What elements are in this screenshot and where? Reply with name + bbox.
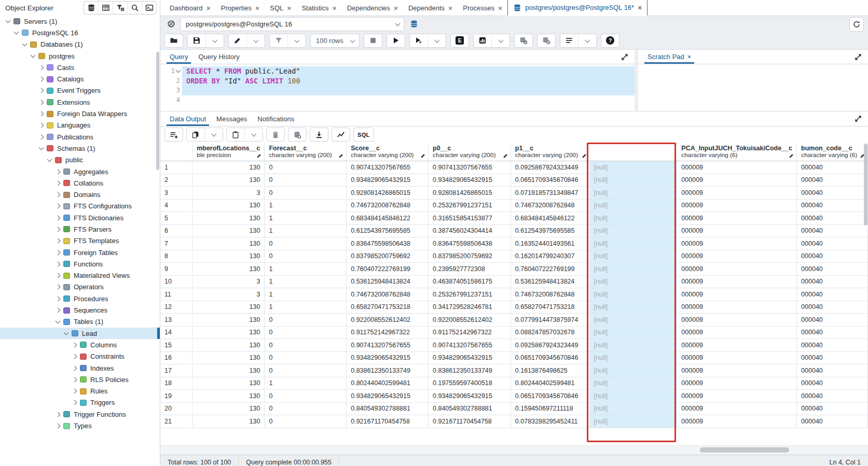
cell[interactable]: [null]	[589, 174, 677, 187]
cell[interactable]: 000009	[677, 161, 797, 174]
edit-column-icon[interactable]	[582, 153, 587, 159]
cell[interactable]: 130	[192, 161, 265, 174]
editor-line[interactable]: 1SELECT * FROM public."Lead"	[160, 66, 635, 76]
chevron-right-icon[interactable]	[56, 204, 61, 209]
tree-item-servers-1[interactable]: Servers (1)	[0, 16, 160, 27]
chevron-right-icon[interactable]	[56, 261, 61, 266]
cell[interactable]: 0.1613876498625	[511, 364, 589, 377]
row-number[interactable]: 12	[160, 301, 192, 314]
cell[interactable]: 0.836475598506438	[429, 237, 511, 250]
chevron-down-icon[interactable]	[39, 145, 44, 150]
cell[interactable]: 130	[192, 377, 265, 390]
column-header-p0-c[interactable]: p0__ccharacter varying (200)	[429, 143, 511, 161]
chevron-right-icon[interactable]	[39, 100, 44, 105]
editor-line[interactable]: 4	[160, 95, 635, 105]
cell[interactable]: 0.836475598506438	[347, 237, 429, 250]
cell[interactable]: 000040	[797, 237, 868, 250]
row-number[interactable]: 9	[160, 263, 192, 276]
cell[interactable]: 130	[192, 301, 265, 314]
tree-item-tables-1[interactable]: Tables (1)	[0, 316, 160, 328]
cell[interactable]: 1	[265, 288, 347, 301]
cell[interactable]: 0.840549302788881	[347, 402, 429, 415]
cell[interactable]: 000009	[677, 288, 797, 301]
tab-properties[interactable]: Properties×	[216, 1, 265, 16]
tree-item-lead[interactable]: Lead	[0, 328, 160, 339]
add-row-button[interactable]	[165, 128, 183, 141]
chevron-down-icon[interactable]	[6, 18, 11, 23]
cell[interactable]: 000040	[797, 351, 868, 364]
cell[interactable]: 000040	[797, 339, 868, 352]
scratch-pad-body[interactable]	[638, 64, 868, 111]
edit-options-button[interactable]	[246, 34, 265, 47]
grid-horizontal-scrollbar[interactable]	[700, 447, 789, 453]
cell[interactable]: 0	[265, 161, 347, 174]
cell[interactable]: [null]	[589, 263, 677, 276]
cell[interactable]: 000009	[677, 326, 797, 339]
tab-statistics[interactable]: Statistics×	[296, 1, 341, 16]
cell[interactable]: 130	[192, 199, 265, 212]
cell[interactable]: 0.683484145846122	[511, 212, 589, 225]
cell[interactable]: 0.197559597400518	[429, 377, 511, 390]
new-connection-button[interactable]	[407, 17, 421, 31]
column-header-leadscore-c[interactable]: LeadScore__ccharacter varying (100)	[589, 143, 677, 161]
cell[interactable]: 0.746732008762848	[347, 288, 429, 301]
tree-item-functions[interactable]: Functions	[0, 258, 160, 270]
chevron-down-icon[interactable]	[14, 30, 19, 35]
cell[interactable]: 0.934829065432915	[347, 390, 429, 403]
cell[interactable]: 0.907413207567655	[429, 339, 511, 352]
cell[interactable]: 000040	[797, 415, 868, 428]
tab-query[interactable]: Query	[164, 50, 193, 64]
edit-column-icon[interactable]	[789, 153, 794, 159]
tree-item-trigger-functions[interactable]: Trigger Functions	[0, 408, 160, 420]
cell[interactable]: 0	[265, 364, 347, 377]
cell[interactable]: 000009	[677, 351, 797, 364]
cell[interactable]: 000040	[797, 199, 868, 212]
cell[interactable]: [null]	[589, 390, 677, 403]
cell[interactable]: 130	[192, 402, 265, 415]
cell[interactable]: 000040	[797, 187, 868, 200]
row-number[interactable]: 20	[160, 402, 192, 415]
grid-vertical-scrollbar[interactable]	[864, 144, 867, 225]
cell[interactable]: 0.612543975695585	[511, 224, 589, 237]
tree-item-aggregates[interactable]: Aggregates	[0, 166, 160, 177]
save-button[interactable]	[188, 34, 205, 47]
cell[interactable]: 0.934829065432915	[429, 174, 511, 187]
cell[interactable]: 0.658270471753218	[347, 301, 429, 314]
cell[interactable]: 000040	[797, 224, 868, 237]
paste-options-button[interactable]	[244, 128, 263, 141]
chevron-right-icon[interactable]	[56, 238, 61, 244]
tab-scratch-pad[interactable]: Scratch Pad ×	[642, 50, 696, 64]
tree-item-domains[interactable]: Domains	[0, 189, 160, 200]
cell[interactable]: 0.341729528246781	[429, 301, 511, 314]
cell[interactable]: 0	[265, 351, 347, 364]
chevron-right-icon[interactable]	[56, 227, 61, 232]
cell[interactable]: 130	[192, 174, 265, 187]
cell[interactable]: [null]	[589, 224, 677, 237]
cell[interactable]: 0.088247857032678	[511, 326, 589, 339]
cell[interactable]: 000040	[797, 314, 868, 327]
help-button[interactable]: ?	[601, 34, 619, 47]
row-number[interactable]: 16	[160, 351, 192, 364]
cell[interactable]: 000009	[677, 415, 797, 428]
cell[interactable]: 000009	[677, 187, 797, 200]
search-objects-button[interactable]	[127, 2, 142, 14]
explain-button[interactable]: E	[451, 34, 469, 47]
cell[interactable]: 3	[192, 275, 265, 288]
cell[interactable]: [null]	[589, 314, 677, 327]
view-data-button[interactable]	[98, 2, 113, 14]
explain-analyze-button[interactable]	[474, 34, 491, 47]
chevron-right-icon[interactable]	[39, 65, 44, 70]
close-icon[interactable]: ×	[332, 5, 336, 12]
cell[interactable]: 0	[265, 237, 347, 250]
cell[interactable]: 0.0783288295452411	[511, 415, 589, 428]
cell[interactable]: 0.760407222769199	[347, 263, 429, 276]
chevron-right-icon[interactable]	[56, 250, 61, 255]
cell[interactable]: 000040	[797, 390, 868, 403]
cell[interactable]: 3	[192, 288, 265, 301]
close-icon[interactable]: ×	[394, 5, 398, 12]
cell[interactable]: 0.746732008762848	[511, 288, 589, 301]
cell[interactable]: 1	[265, 224, 347, 237]
tab-processes[interactable]: Processes×	[458, 1, 507, 16]
cell[interactable]: 0.536125948413824	[347, 275, 429, 288]
cell[interactable]: 0.163524401493561	[511, 237, 589, 250]
